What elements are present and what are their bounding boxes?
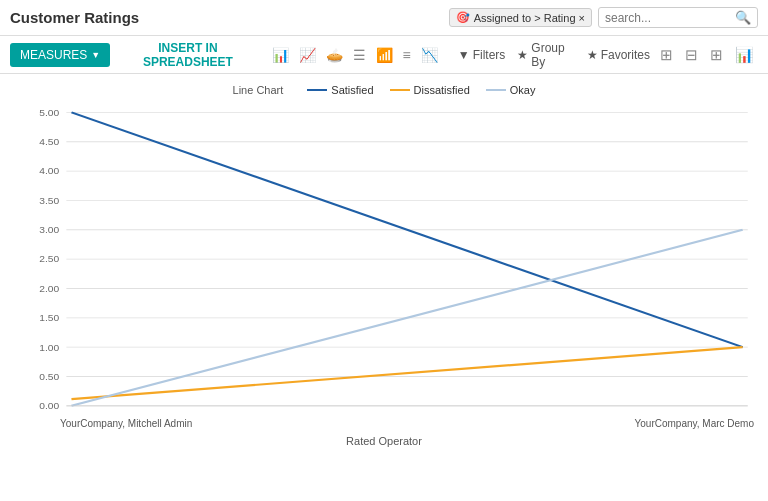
svg-text:1.00: 1.00 <box>39 343 59 352</box>
search-icon[interactable]: 🔍 <box>735 10 751 25</box>
grid-view-icon[interactable]: ⊞ <box>706 44 727 66</box>
bar-chart-icon[interactable]: 📊 <box>268 45 293 65</box>
svg-text:4.00: 4.00 <box>39 167 59 176</box>
dissatisfied-legend-color <box>390 89 410 91</box>
satisfied-legend: Satisfied <box>307 84 373 96</box>
groupby-icon: ★ <box>517 48 528 62</box>
favorites-label: Favorites <box>601 48 650 62</box>
measures-button[interactable]: MEASURES ▼ <box>10 43 110 67</box>
kanban-icon[interactable]: ⊟ <box>681 44 702 66</box>
favorites-icon: ★ <box>587 48 598 62</box>
filter-breadcrumb[interactable]: 🎯 Assigned to > Rating × <box>449 8 592 27</box>
chart-type-label: Line Chart <box>233 84 284 96</box>
filters-label: Filters <box>473 48 506 62</box>
filter-icon: 🎯 <box>456 11 470 24</box>
search-box[interactable]: 🔍 <box>598 7 758 28</box>
list-view-icon[interactable]: ⊞ <box>656 44 677 66</box>
svg-text:2.00: 2.00 <box>39 285 59 294</box>
dissatisfied-legend: Dissatisfied <box>390 84 470 96</box>
right-view-icons: ⊞ ⊟ ⊞ 📊 <box>656 44 758 66</box>
chart-svg-wrapper: 5.00 4.50 4.00 3.50 3.00 2.50 2.00 1.50 … <box>10 104 758 431</box>
groupby-button[interactable]: ★ Group By <box>511 38 580 72</box>
okay-legend: Okay <box>486 84 536 96</box>
okay-legend-color <box>486 89 506 91</box>
page-header: Customer Ratings 🎯 Assigned to > Rating … <box>0 0 768 36</box>
list-icon[interactable]: ≡ <box>399 45 415 65</box>
search-input[interactable] <box>605 11 735 25</box>
chart-view-icon[interactable]: 📊 <box>731 44 758 66</box>
chart-legend: Line Chart Satisfied Dissatisfied Okay <box>10 84 758 96</box>
okay-legend-label: Okay <box>510 84 536 96</box>
favorites-button[interactable]: ★ Favorites <box>581 45 656 65</box>
svg-text:0.00: 0.00 <box>39 402 59 411</box>
page-title: Customer Ratings <box>10 9 139 26</box>
svg-text:5.00: 5.00 <box>39 109 59 118</box>
toolbar: MEASURES ▼ INSERT IN SPREADSHEET 📊 📈 🥧 ☰… <box>0 36 768 74</box>
svg-text:0.50: 0.50 <box>39 373 59 382</box>
chart-container: Line Chart Satisfied Dissatisfied Okay <box>0 74 768 501</box>
groupby-label: Group By <box>531 41 574 69</box>
satisfied-legend-label: Satisfied <box>331 84 373 96</box>
pie-chart-icon[interactable]: 🥧 <box>322 45 347 65</box>
filter-label: Assigned to > Rating × <box>474 12 585 24</box>
dissatisfied-legend-label: Dissatisfied <box>414 84 470 96</box>
svg-text:3.00: 3.00 <box>39 226 59 235</box>
filter-funnel-icon: ▼ <box>458 48 470 62</box>
svg-text:4.50: 4.50 <box>39 138 59 147</box>
table-lines-icon[interactable]: ☰ <box>349 45 370 65</box>
measures-caret-icon: ▼ <box>91 50 100 60</box>
x-axis-label: Rated Operator <box>10 435 758 447</box>
x-tick-right: YourCompany, Marc Demo <box>635 418 755 429</box>
x-tick-left: YourCompany, Mitchell Admin <box>60 418 192 429</box>
line-chart-svg: 5.00 4.50 4.00 3.50 3.00 2.50 2.00 1.50 … <box>10 104 758 431</box>
svg-text:2.50: 2.50 <box>39 255 59 264</box>
svg-line-23 <box>71 347 742 399</box>
measures-label: MEASURES <box>20 48 87 62</box>
satisfied-legend-color <box>307 89 327 91</box>
insert-spreadsheet-button[interactable]: INSERT IN SPREADSHEET <box>120 41 255 69</box>
filters-button[interactable]: ▼ Filters <box>452 45 512 65</box>
view-type-icons: 📊 📈 🥧 ☰ 📶 ≡ 📉 <box>268 45 442 65</box>
svg-text:1.50: 1.50 <box>39 314 59 323</box>
pivot-icon[interactable]: 📶 <box>372 45 397 65</box>
svg-text:3.50: 3.50 <box>39 197 59 206</box>
line-chart-icon[interactable]: 📈 <box>295 45 320 65</box>
area-chart-icon[interactable]: 📉 <box>417 45 442 65</box>
